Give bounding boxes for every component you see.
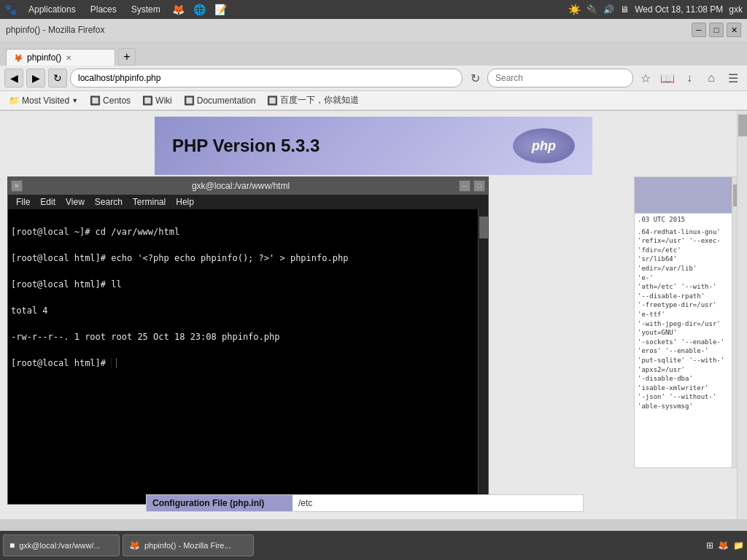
php-config-top — [635, 177, 739, 214]
home-icon[interactable]: ⌂ — [702, 69, 721, 88]
applications-menu[interactable]: Applications — [26, 3, 79, 16]
terminal-output[interactable]: [root@local ~]# cd /var/www/html [root@l… — [8, 209, 478, 504]
terminal-menu-terminal[interactable]: Terminal — [131, 196, 168, 208]
volume-icon: 🔊 — [603, 4, 614, 15]
terminal-title-bar: ✕ gxk@local:/var/www/html ─ □ — [8, 177, 488, 195]
php-config-label: Configuration File (php.ini) — [147, 495, 293, 511]
wiki-bookmark[interactable]: 🔲 Wiki — [138, 94, 177, 107]
folder-icon: 📁 — [9, 96, 20, 106]
terminal-menu-help[interactable]: Help — [174, 196, 196, 208]
php-logo: php — [513, 128, 575, 163]
php-config-text: .64-redhat-linux-gnu' 'refix=/usr' '--ex… — [635, 226, 739, 413]
forward-button[interactable]: ▶ — [26, 69, 45, 88]
tab-label: phpinfo() — [27, 52, 61, 63]
php-config-file-row: Configuration File (php.ini) /etc — [146, 494, 584, 512]
baidu-favicon: 🔲 — [267, 96, 278, 106]
terminal-minimize-button[interactable]: ─ — [459, 180, 471, 192]
terminal-menu-edit[interactable]: Edit — [38, 196, 58, 208]
maximize-button[interactable]: □ — [709, 23, 724, 37]
terminal-prompt: [root@local html]# — [11, 358, 111, 368]
system-bar-right: ☀️ 🔌 🔊 🖥 Wed Oct 18, 11:08 PM gxk — [568, 4, 743, 15]
taskbar-terminal-label: gxk@local:/var/www/... — [19, 541, 100, 550]
docs-label: Documentation — [197, 96, 256, 106]
documentation-bookmark[interactable]: 🔲 Documentation — [179, 94, 260, 107]
php-config-value: /etc — [293, 495, 318, 511]
taskbar-files-icon: 📁 — [733, 540, 744, 551]
php-right-config-panel: .03 UTC 2015 .64-redhat-linux-gnu' 'refi… — [634, 176, 740, 468]
url-input[interactable] — [70, 69, 462, 88]
baidu-bookmark[interactable]: 🔲 百度一下，你就知道 — [263, 93, 363, 108]
network-status-icon: 🔌 — [587, 4, 597, 15]
php-header-banner: PHP Version 5.3.3 php — [155, 117, 592, 175]
menu-icon[interactable]: ☰ — [724, 69, 743, 88]
wiki-favicon: 🔲 — [142, 96, 153, 106]
tab-favicon: 🦊 — [14, 54, 23, 62]
centos-label: Centos — [103, 96, 131, 106]
terminal-window: ✕ gxk@local:/var/www/html ─ □ File Edit … — [7, 176, 489, 505]
taskbar-firefox-icon: 🦊 — [129, 540, 140, 551]
nav-bar: ◀ ▶ ↻ ↻ ☆ 📖 ↓ ⌂ ☰ — [0, 66, 747, 91]
display-icon: 🖥 — [620, 4, 629, 15]
username-display: gxk — [729, 4, 743, 15]
browser-tab-phpinfo[interactable]: 🦊 phpinfo() ✕ — [6, 49, 115, 66]
terminal-menu-search[interactable]: Search — [93, 196, 125, 208]
close-button[interactable]: ✕ — [727, 23, 741, 37]
terminal-body: [root@local ~]# cd /var/www/html [root@l… — [8, 209, 488, 504]
downloads-icon[interactable]: ↓ — [680, 69, 699, 88]
php-config-date: .03 UTC 2015 — [635, 214, 739, 226]
terminal-line-5: -rw-r--r--. 1 root root 25 Oct 18 23:08 … — [11, 332, 279, 342]
terminal-title: gxk@local:/var/www/html — [26, 181, 456, 191]
datetime-display: Wed Oct 18, 11:08 PM — [635, 4, 723, 15]
system-logo[interactable]: 🐾 — [4, 4, 17, 15]
terminal-scroll-thumb — [479, 217, 488, 238]
bookmark-star-icon[interactable]: ☆ — [636, 69, 655, 88]
minimize-button[interactable]: ─ — [692, 23, 706, 37]
back-button[interactable]: ◀ — [4, 69, 23, 88]
terminal-line-2: [root@local html]# echo '<?php echo phpi… — [11, 253, 348, 263]
terminal-close-button[interactable]: ✕ — [11, 180, 23, 192]
terminal-maximize-button[interactable]: □ — [473, 180, 485, 192]
baidu-label: 百度一下，你就知道 — [280, 94, 359, 106]
system-bar: 🐾 Applications Places System 🦊 🌐 📝 ☀️ 🔌 … — [0, 0, 747, 19]
firefox-icon-sys: 🦊 — [172, 4, 185, 15]
terminal-cursor: █ — [111, 358, 116, 368]
reload-button[interactable]: ↻ — [48, 69, 67, 88]
system-menu[interactable]: System — [128, 3, 163, 16]
terminal-menu-bar: File Edit View Search Terminal Help — [8, 195, 488, 209]
taskbar-firefox-label: phpinfo() - Mozilla Fire... — [144, 541, 231, 550]
tab-bar: 🦊 phpinfo() ✕ + — [0, 41, 747, 66]
terminal-line-1: [root@local ~]# cd /var/www/html — [11, 227, 179, 237]
taskbar-firefox[interactable]: 🦊 phpinfo() - Mozilla Fire... — [123, 534, 254, 556]
weather-icon: ☀️ — [568, 4, 581, 15]
page-scrollbar[interactable] — [737, 111, 747, 519]
centos-favicon: 🔲 — [90, 96, 101, 106]
terminal-menu-view[interactable]: View — [63, 196, 87, 208]
terminal-line-4: total 4 — [11, 306, 48, 316]
taskbar: ■ gxk@local:/var/www/... 🦊 phpinfo() - M… — [0, 531, 747, 560]
docs-favicon: 🔲 — [184, 96, 195, 106]
most-visited-bookmark[interactable]: 📁 Most Visited ▼ — [4, 94, 82, 107]
terminal-line-3: [root@local html]# ll — [11, 279, 122, 289]
page-content: PHP Version 5.3.3 php .03 UTC 2015 .64-r… — [0, 111, 747, 519]
taskbar-right-area: ⊞ 🦊 📁 — [706, 540, 744, 551]
new-tab-button[interactable]: + — [118, 48, 136, 66]
reader-icon[interactable]: 📖 — [658, 69, 677, 88]
most-visited-label: Most Visited — [22, 96, 69, 106]
terminal-scrollbar[interactable] — [478, 209, 488, 504]
reload-icon[interactable]: ↻ — [465, 69, 484, 88]
browser-title: phpinfo() - Mozilla Firefox — [6, 25, 104, 35]
window-controls: ─ □ ✕ — [692, 23, 741, 37]
centos-bookmark[interactable]: 🔲 Centos — [85, 94, 135, 107]
taskbar-apps-icon: ⊞ — [706, 540, 713, 551]
terminal-menu-file[interactable]: File — [14, 196, 32, 208]
taskbar-terminal[interactable]: ■ gxk@local:/var/www/... — [3, 534, 120, 556]
network-icon: 🌐 — [193, 4, 206, 15]
system-bar-left: 🐾 Applications Places System 🦊 🌐 📝 — [4, 3, 227, 16]
text-editor-icon: 📝 — [214, 4, 227, 15]
places-menu[interactable]: Places — [88, 3, 120, 16]
search-input[interactable] — [487, 69, 633, 88]
browser-chrome: phpinfo() - Mozilla Firefox ─ □ ✕ 🦊 phpi… — [0, 19, 747, 111]
tab-close-icon[interactable]: ✕ — [66, 54, 71, 62]
wiki-label: Wiki — [155, 96, 172, 106]
taskbar-firefox-icon-right: 🦊 — [718, 540, 729, 551]
